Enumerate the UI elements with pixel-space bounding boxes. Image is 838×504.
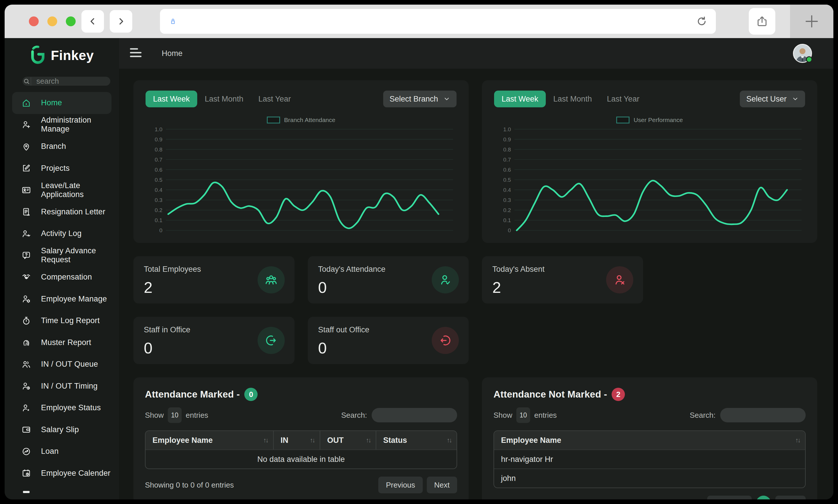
entries-select[interactable]: 10 [168,407,182,423]
table-search-input[interactable] [372,408,457,422]
new-tab-button[interactable] [790,5,833,38]
sidebar-item-administration-manage[interactable]: Administration Manage [12,114,112,136]
pagination: Previous 1 Next [707,496,806,499]
svg-text:0: 0 [508,227,511,233]
next-button[interactable]: Next [427,476,457,493]
svg-text:0.5: 0.5 [155,177,163,183]
sort-icon[interactable]: ↑↓ [259,436,268,444]
column-header-out[interactable]: OUT↑↓ [320,431,376,449]
tab-last-year[interactable]: Last Year [599,91,647,107]
next-button[interactable]: Next [775,496,806,499]
column-header-status[interactable]: Status↑↓ [376,431,457,449]
sidebar-item-label: Employee Calender [41,469,110,478]
data-table: Employee Name↑↓ hr-navigator Hrjohn [494,430,806,488]
tab-last-month[interactable]: Last Month [197,91,251,107]
page-number-button[interactable]: 1 [756,496,771,499]
sidebar-item-in-out-timing[interactable]: IN / OUT Timing [12,375,112,397]
column-header-in[interactable]: IN↑↓ [273,431,320,449]
fingerprint-icon [21,338,31,347]
partial-icon [21,490,31,499]
search-icon [22,77,31,85]
browser-toolbar [5,5,833,38]
svg-text:0.8: 0.8 [155,147,163,152]
svg-text:1.0: 1.0 [503,126,511,132]
svg-text:0.6: 0.6 [155,167,163,173]
user-activity-icon [21,229,31,239]
app-logo[interactable]: Finkey [30,46,119,65]
sidebar-item-time-log-report[interactable]: Time Log Report [12,310,112,332]
zoom-window-button[interactable] [66,16,76,26]
sidebar-item-projects[interactable]: Projects [12,158,112,179]
select-select-user[interactable]: Select User [740,91,805,107]
sidebar-item-salary-slip[interactable]: Salary Slip [12,419,112,441]
sidebar-search-input[interactable] [31,77,119,86]
chart-card-branch-attendance: Last WeekLast MonthLast Year Select Bran… [133,80,469,243]
sidebar-item-home[interactable]: Home [12,92,112,114]
sidebar-item-leave-late-applications[interactable]: Leave/Late Applications [12,179,112,201]
sidebar-item-in-out-queue[interactable]: IN / OUT Queue [12,354,112,375]
browser-forward-button[interactable] [110,10,132,33]
hamburger-menu-icon[interactable] [130,47,143,60]
reload-icon[interactable] [696,15,708,28]
sidebar-item-employee-calender[interactable]: Employee Calender [12,463,112,484]
url-input[interactable] [184,16,690,26]
person-clock-icon [21,381,31,391]
sidebar-item-resignation-letter[interactable]: Resignation Letter [12,201,112,223]
column-header-employee-name[interactable]: Employee Name↑↓ [494,431,805,449]
table-row[interactable]: hr-navigator Hr [494,449,805,469]
tab-last-year[interactable]: Last Year [251,91,298,107]
sidebar-item-activity-log[interactable]: Activity Log [12,223,112,245]
sort-icon[interactable]: ↑↓ [791,436,800,444]
sidebar-item-muster-report[interactable]: Muster Report [12,332,112,354]
table-controls: Show 10 entries Search: [145,407,457,423]
sidebar-menu: HomeAdministration ManageBranchProjectsL… [5,92,119,499]
sidebar-item-compensation[interactable]: Compensation [12,266,112,288]
table-footer: Showing 0 to 0 of 0 entries Previous Nex… [145,476,457,493]
column-header-employee-name[interactable]: Employee Name↑↓ [146,431,273,449]
sort-icon[interactable]: ↑↓ [306,436,314,444]
entries-select[interactable]: 10 [516,407,530,423]
tab-last-week[interactable]: Last Week [494,91,546,107]
sidebar-item-loan[interactable]: Loan [12,440,112,463]
table-title-text: Attendance Marked - [145,389,240,400]
sidebar-item-employee-status[interactable]: Employee Status [12,397,112,419]
sort-icon[interactable]: ↑↓ [362,436,371,444]
sidebar-search[interactable] [22,77,110,86]
sidebar-item-label: Home [41,98,62,107]
entries-label: entries [534,411,557,420]
sidebar-item-salary-advance-request[interactable]: Salary Advance Request [12,245,112,267]
sidebar-item-employee-manage[interactable]: Employee Manage [12,288,112,310]
previous-button[interactable]: Previous [378,476,423,493]
previous-button[interactable]: Previous [707,496,751,499]
legend-swatch [616,116,630,124]
people-group-icon [258,266,285,293]
close-window-button[interactable] [29,16,39,26]
sidebar-item-label: Leave/Late Applications [41,181,112,199]
svg-text:0.5: 0.5 [503,177,511,183]
select-select-branch[interactable]: Select Branch [383,91,457,107]
sort-icon[interactable]: ↑↓ [443,436,451,444]
user-avatar[interactable] [793,44,812,63]
sidebar-item-branch[interactable]: Branch [12,136,112,158]
table-card-attendance-marked: Attendance Marked - 0 Show 10 entries Se… [133,377,469,499]
chevron-down-icon [443,95,450,103]
table-row[interactable]: john [494,469,805,488]
tab-last-week[interactable]: Last Week [146,91,197,107]
user-x-icon [606,266,633,293]
sidebar-item-partial-icon[interactable] [12,484,112,499]
address-bar[interactable] [160,9,716,34]
sidebar-item-label: Time Log Report [41,316,100,325]
stats-row-1: Total Employees 2 Today's Attendance 0 T… [133,256,817,304]
browser-back-button[interactable] [82,10,104,33]
sidebar-item-label: Salary Slip [41,425,79,434]
svg-text:0.1: 0.1 [503,217,511,223]
tab-last-month[interactable]: Last Month [546,91,599,107]
minimize-window-button[interactable] [47,16,57,26]
user-plus-icon [21,120,31,129]
count-badge: 2 [612,388,625,401]
table-search-input[interactable] [720,408,806,422]
svg-text:0.2: 0.2 [155,207,163,213]
share-button[interactable] [749,8,775,35]
tables-row: Attendance Marked - 0 Show 10 entries Se… [133,377,817,499]
chart-header: Last WeekLast MonthLast Year Select Bran… [146,91,457,107]
